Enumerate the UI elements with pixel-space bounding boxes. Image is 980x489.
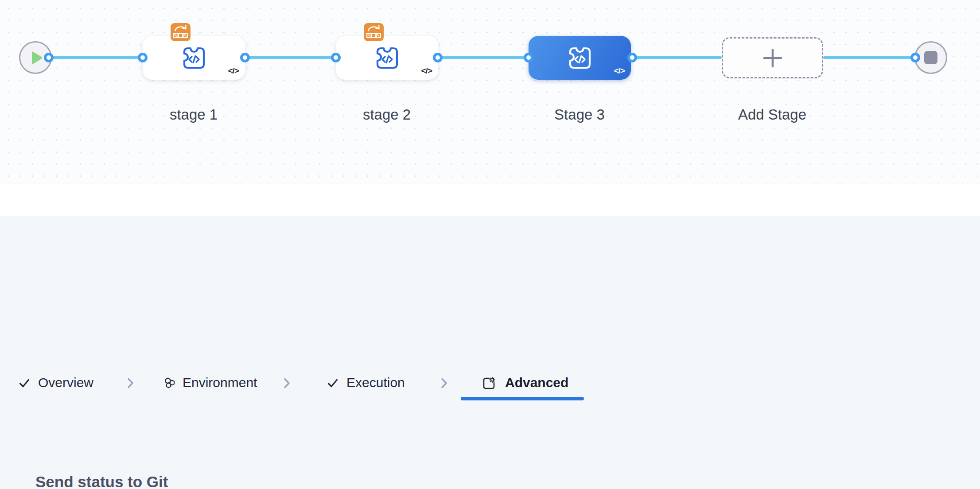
add-stage-button[interactable] [722, 37, 823, 78]
add-stage-label: Add Stage [719, 106, 825, 123]
port-stage1-in[interactable] [138, 53, 148, 62]
tab-overview-label[interactable]: Overview [38, 375, 93, 390]
code-toggle-glyph[interactable]: </> [614, 66, 625, 76]
code-toggle-glyph[interactable]: </> [421, 66, 432, 76]
rolling-deploy-icon [171, 23, 191, 41]
tab-environment-label[interactable]: Environment [183, 375, 257, 390]
check-icon [327, 377, 338, 389]
stage-node-1[interactable]: </> [143, 36, 245, 80]
stage-label: stage 1 [140, 106, 247, 123]
chevron-right-icon [441, 377, 448, 389]
stage-node-3[interactable]: </> [529, 36, 631, 80]
puzzle-code-icon [180, 44, 208, 72]
port-stage3-out[interactable] [627, 53, 637, 62]
box-gear-icon [482, 376, 496, 390]
stage-node-2[interactable]: </> [336, 36, 438, 80]
panel-heading: Send status to Git [35, 473, 168, 489]
rolling-deploy-icon [364, 23, 384, 41]
stop-icon [924, 51, 937, 64]
port-start-out[interactable] [44, 53, 54, 62]
port-stage2-out[interactable] [433, 53, 443, 62]
stage-label: Stage 3 [526, 106, 633, 123]
edge-stage2-stage3 [438, 56, 529, 59]
puzzle-code-icon [373, 44, 401, 72]
edge-start-stage1 [49, 56, 143, 59]
port-end-in[interactable] [910, 53, 920, 62]
port-stage3-in[interactable] [524, 53, 533, 62]
edge-stage3-addstage [632, 56, 722, 59]
plus-icon [762, 48, 783, 68]
port-stage1-out[interactable] [240, 53, 250, 62]
check-icon [19, 377, 30, 389]
puzzle-code-icon [566, 44, 594, 72]
edge-addstage-stop [823, 56, 915, 59]
port-stage2-in[interactable] [331, 53, 341, 62]
play-icon [31, 51, 43, 65]
stage-wizard-tabbar: Overview Environment Execution [0, 183, 980, 217]
hexagons-icon [163, 377, 176, 389]
pipeline-canvas: </> </> </> [0, 0, 980, 183]
advanced-tab-panel: Send status to Git For pipelines trigger… [0, 217, 980, 489]
tab-execution-label[interactable]: Execution [346, 375, 405, 390]
code-toggle-glyph[interactable]: </> [228, 66, 239, 76]
chevron-right-icon [284, 377, 291, 389]
stage-label: stage 2 [334, 106, 440, 123]
edge-stage1-stage2 [245, 56, 336, 59]
active-tab-underline [461, 397, 584, 400]
tab-advanced-label[interactable]: Advanced [505, 375, 568, 390]
chevron-right-icon [127, 377, 134, 389]
